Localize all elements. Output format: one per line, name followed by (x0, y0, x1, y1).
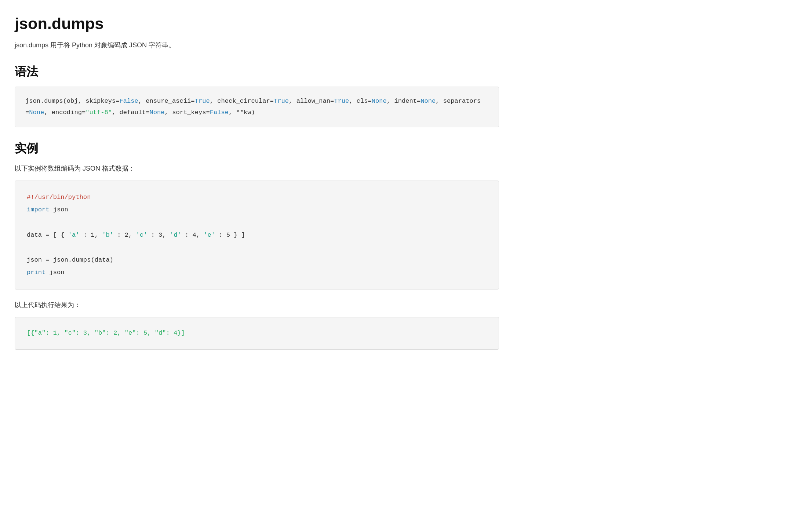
examples-heading: 实例 (15, 141, 499, 157)
code-line-json: json = json.dumps(data) (27, 254, 487, 266)
syntax-heading: 语法 (15, 64, 499, 80)
page-description: json.dumps 用于将 Python 对象编码成 JSON 字符串。 (15, 40, 499, 51)
code-line-import: import json (27, 204, 487, 216)
code-line-print: print json (27, 266, 487, 279)
code-line-data: data = [ { 'a' : 1, 'b' : 2, 'c' : 3, 'd… (27, 229, 487, 241)
syntax-code-block: json.dumps(obj, skipkeys=False, ensure_a… (15, 87, 499, 128)
output-code-block: [{"a": 1, "c": 3, "b": 2, "e": 5, "d": 4… (15, 317, 499, 350)
page-title: json.dumps (15, 15, 499, 33)
code-line-shebang: #!/usr/bin/python (27, 191, 487, 204)
output-value: [{"a": 1, "c": 3, "b": 2, "e": 5, "d": 4… (27, 330, 185, 336)
example-code-block: #!/usr/bin/python import json data = [ {… (15, 181, 499, 290)
examples-description: 以下实例将数组编码为 JSON 格式数据： (15, 163, 499, 174)
syntax-text: json.dumps(obj, skipkeys=False, ensure_a… (25, 98, 481, 116)
output-description: 以上代码执行结果为： (15, 300, 499, 310)
